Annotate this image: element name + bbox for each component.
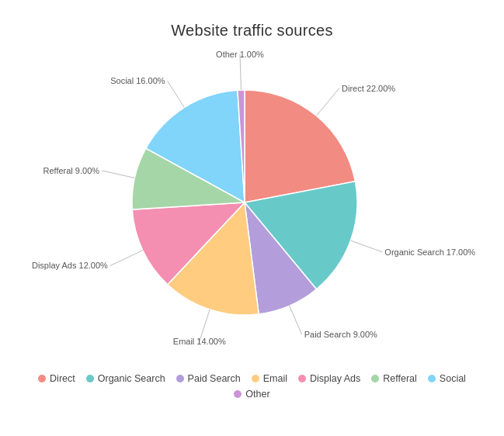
- svg-line-0: [316, 88, 339, 116]
- legend-dot: [428, 375, 436, 382]
- legend-item: Organic Search: [86, 373, 165, 384]
- legend-item: Display Ads: [298, 373, 360, 384]
- svg-line-12: [167, 81, 184, 107]
- svg-text:Email 14.00%: Email 14.00%: [172, 337, 225, 346]
- svg-line-4: [289, 306, 301, 334]
- legend-item: Email: [252, 373, 287, 384]
- legend-dot: [252, 375, 259, 382]
- legend-label: Refferal: [383, 373, 417, 384]
- legend-label: Email: [263, 373, 287, 384]
- svg-line-2: [350, 240, 382, 252]
- legend-dot: [298, 375, 306, 382]
- legend-dot: [371, 375, 379, 382]
- svg-text:Paid Search 9.00%: Paid Search 9.00%: [304, 330, 377, 339]
- legend-dot: [234, 390, 242, 398]
- chart-area: Direct 22.00%Organic Search 17.00%Paid S…: [0, 40, 504, 373]
- legend-item: Other: [234, 389, 269, 400]
- legend-label: Other: [245, 389, 269, 400]
- legend-dot: [176, 375, 184, 382]
- svg-line-8: [109, 251, 142, 266]
- svg-text:Organic Search 17.00%: Organic Search 17.00%: [384, 247, 475, 257]
- legend-item: Paid Search: [176, 373, 241, 384]
- legend-label: Display Ads: [310, 373, 360, 384]
- legend-item: Social: [428, 373, 466, 384]
- legend-label: Direct: [50, 373, 75, 384]
- legend-label: Social: [440, 373, 466, 384]
- legend: DirectOrganic SearchPaid SearchEmailDisp…: [0, 373, 504, 412]
- svg-line-14: [239, 54, 240, 90]
- svg-text:Refferal 9.00%: Refferal 9.00%: [43, 166, 99, 175]
- legend-item: Refferal: [371, 373, 417, 384]
- svg-text:Social 16.00%: Social 16.00%: [110, 76, 165, 85]
- svg-text:Display Ads 12.00%: Display Ads 12.00%: [31, 261, 107, 270]
- svg-line-10: [102, 171, 134, 178]
- svg-text:Other 1.00%: Other 1.00%: [216, 50, 264, 59]
- legend-dot: [38, 375, 46, 382]
- legend-dot: [86, 375, 94, 382]
- legend-item: Direct: [38, 373, 75, 384]
- svg-text:Direct 22.00%: Direct 22.00%: [342, 84, 395, 93]
- legend-label: Organic Search: [98, 373, 165, 384]
- chart-title: Website traffic sources: [171, 22, 332, 40]
- legend-label: Paid Search: [188, 373, 241, 384]
